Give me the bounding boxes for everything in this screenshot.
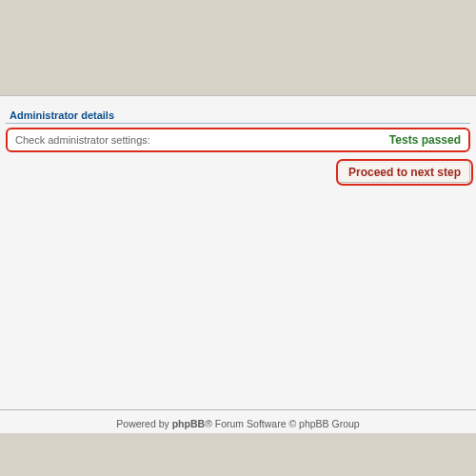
- footer-brand: phpBB: [172, 418, 205, 429]
- check-result-row: Check administrator settings: Tests pass…: [6, 128, 470, 152]
- footer: Powered by phpBB® Forum Software © phpBB…: [0, 409, 476, 429]
- section-title: Administrator details: [6, 108, 470, 124]
- check-result-status: Tests passed: [389, 133, 461, 147]
- footer-suffix: ® Forum Software © phpBB Group: [205, 418, 360, 429]
- footer-prefix: Powered by: [116, 418, 171, 429]
- content-panel: Administrator details Check administrato…: [0, 95, 476, 433]
- proceed-button[interactable]: Proceed to next step: [339, 162, 470, 183]
- check-result-label: Check administrator settings:: [15, 134, 150, 146]
- action-row: Proceed to next step: [0, 152, 476, 187]
